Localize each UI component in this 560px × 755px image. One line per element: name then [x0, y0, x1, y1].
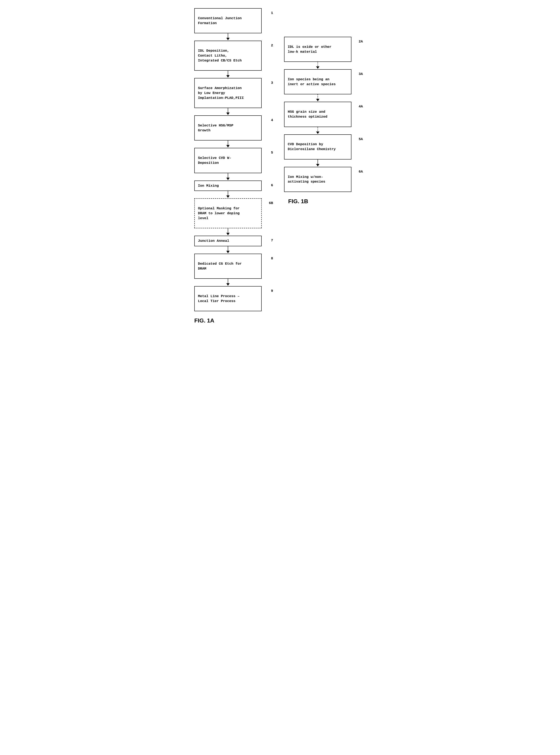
box-8-label: 8: [271, 256, 273, 261]
box-3a-text: Ion species being an inert or active spe…: [288, 77, 336, 86]
box-6a-label: 6A: [359, 169, 363, 174]
dashed-arrow-3a-4a: [284, 94, 352, 102]
box-4a-text: HSG grain size and thickness optimized: [288, 110, 327, 119]
box-7-text: Junction Anneal: [198, 239, 229, 243]
box-3: Surface Amorphization by Low Energy Impl…: [194, 78, 262, 108]
fig-1b-label: FIG. 1B: [288, 198, 308, 205]
box-6b: Optional Masking for DRAM to lower dopin…: [194, 198, 262, 228]
box-4a-label: 4A: [359, 104, 363, 109]
box-1-text: Conventional Junction Formation: [198, 16, 242, 25]
box-4: Selective HSG/MSP Growth 4: [194, 115, 262, 140]
fig-1a-label: FIG. 1A: [194, 317, 214, 324]
box-6a: Ion Mixing w/non- activating species 6A: [284, 167, 352, 192]
page: Conventional Junction Formation 1 IDL De…: [194, 8, 366, 324]
box-1-label: 1: [271, 11, 273, 16]
box-5-label: 5: [271, 150, 273, 155]
diagram-container: Conventional Junction Formation 1 IDL De…: [194, 8, 366, 324]
box-2a: IDL is oxide or other low-k material 2A: [284, 37, 352, 62]
box-3a-label: 3A: [359, 72, 363, 77]
box-4-text: Selective HSG/MSP Growth: [198, 123, 233, 132]
box-5-text: Selective CVD W- Deposition: [198, 156, 231, 165]
left-column: Conventional Junction Formation 1 IDL De…: [194, 8, 272, 324]
box-4-label: 4: [271, 118, 273, 123]
arrow-4-5: [194, 140, 262, 148]
arrow-5a-6a: [284, 159, 352, 167]
box-7: Junction Anneal 7: [194, 236, 262, 246]
box-2-label: 2: [271, 43, 273, 48]
box-2a-text: IDL is oxide or other low-k material: [288, 45, 332, 54]
box-6a-text: Ion Mixing w/non- activating species: [288, 175, 325, 184]
right-column: IDL is oxide or other low-k material 2A …: [284, 37, 366, 205]
dashed-arrow-2a-3a: [284, 62, 352, 69]
arrow-6-6b: [194, 191, 262, 198]
box-4a: HSG grain size and thickness optimized 4…: [284, 102, 352, 127]
box-6b-label: 6B: [269, 201, 273, 206]
arrow-7-8: [194, 246, 262, 254]
box-1: Conventional Junction Formation 1: [194, 8, 262, 33]
box-7-label: 7: [271, 238, 273, 243]
dashed-arrow-4a-5a: [284, 127, 352, 134]
box-6b-text: Optional Masking for DRAM to lower dopin…: [198, 207, 240, 220]
arrow-2-3: [194, 71, 262, 78]
box-8-text: Dedicated CG Etch for DRAM: [198, 262, 242, 271]
arrow-3-4: [194, 108, 262, 115]
box-2-text: IDL Deposition, Contact Litho, Integrate…: [198, 49, 242, 62]
box-2: IDL Deposition, Contact Litho, Integrate…: [194, 41, 262, 71]
box-9-label: 9: [271, 289, 273, 293]
box-5a-text: CVD Deposition by Diclorosilane Chemistr…: [288, 142, 336, 151]
arrow-8-9: [194, 279, 262, 286]
arrow-1-2: [194, 33, 262, 41]
box-6-text: Ion Mixing: [198, 184, 219, 188]
arrow-6b-7: [194, 228, 262, 236]
box-5a-label: 5A: [359, 137, 363, 142]
box-5a: CVD Deposition by Diclorosilane Chemistr…: [284, 134, 352, 159]
box-5: Selective CVD W- Deposition 5: [194, 148, 262, 173]
box-3-text: Surface Amorphization by Low Energy Impl…: [198, 86, 244, 100]
box-8: Dedicated CG Etch for DRAM 8: [194, 254, 262, 279]
box-6-label: 6: [271, 183, 273, 188]
box-3-label: 3: [271, 80, 273, 85]
arrow-5-6: [194, 173, 262, 180]
box-6: Ion Mixing 6: [194, 180, 262, 191]
box-9-text: Metal Line Process – Local Tier Process: [198, 294, 240, 303]
box-2a-label: 2A: [359, 39, 363, 44]
box-3a: Ion species being an inert or active spe…: [284, 69, 352, 94]
box-9: Metal Line Process – Local Tier Process …: [194, 286, 262, 311]
